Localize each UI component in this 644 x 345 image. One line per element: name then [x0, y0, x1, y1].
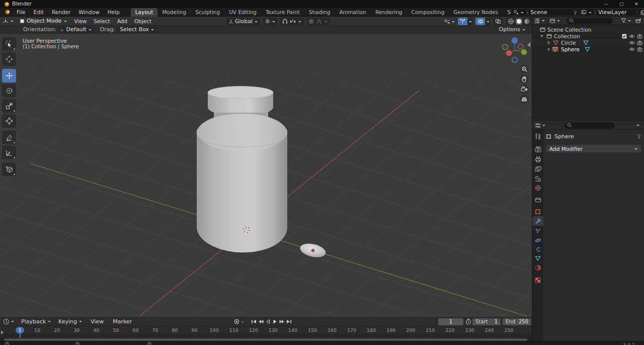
- close-button[interactable]: ✕: [629, 0, 644, 8]
- timeline-menu-marker[interactable]: Marker: [108, 318, 136, 325]
- outliner-search-input[interactable]: [567, 18, 613, 24]
- tab-sculpting[interactable]: Sculpting: [191, 8, 224, 17]
- tool-measure[interactable]: [2, 146, 16, 159]
- mode-dropdown[interactable]: Object Mode: [17, 18, 70, 24]
- outliner-display-mode-dropdown[interactable]: [547, 18, 562, 24]
- tab-constraints[interactable]: [532, 244, 543, 254]
- tool-rotate[interactable]: [2, 84, 16, 98]
- bottle-object[interactable]: [197, 87, 287, 253]
- pin-icon[interactable]: [573, 10, 578, 15]
- shading-solid-icon[interactable]: [516, 18, 522, 25]
- proportional-edit-icon[interactable]: [308, 19, 314, 24]
- scene-type-dropdown[interactable]: [511, 9, 527, 16]
- gizmo-z-axis[interactable]: [512, 37, 518, 44]
- add-modifier-button[interactable]: Add Modifier: [546, 145, 641, 152]
- frame-start-field[interactable]: Start1: [472, 318, 501, 325]
- tab-scene[interactable]: [532, 174, 543, 183]
- tab-output[interactable]: [532, 154, 543, 164]
- menu-render[interactable]: Render: [48, 8, 74, 17]
- tool-cursor[interactable]: [2, 52, 16, 66]
- scene-name-field[interactable]: Scene: [528, 9, 580, 16]
- properties-search-input[interactable]: [565, 122, 615, 129]
- pivot-point-dropdown[interactable]: [263, 18, 278, 25]
- timeline-menu-view[interactable]: View: [86, 318, 108, 325]
- gizmo-y-axis[interactable]: [521, 49, 527, 55]
- outliner-type-dropdown[interactable]: [532, 18, 547, 24]
- tab-physics[interactable]: [532, 235, 543, 245]
- disclosure-collapsed-icon[interactable]: [548, 48, 550, 51]
- tab-texture-paint[interactable]: Texture Paint: [261, 8, 304, 17]
- gizmos-toggle[interactable]: [458, 18, 473, 25]
- camera-restrict-icon[interactable]: [637, 34, 642, 39]
- tool-transform[interactable]: [2, 114, 16, 128]
- viewlayer-name-field[interactable]: ViewLayer: [596, 9, 637, 16]
- tab-animation[interactable]: Animation: [335, 8, 371, 17]
- tab-shading[interactable]: Shading: [304, 8, 335, 17]
- blender-menu-icon[interactable]: [4, 9, 11, 15]
- editor-type-dropdown[interactable]: [0, 18, 17, 24]
- viewport-menu-view[interactable]: View: [70, 17, 90, 26]
- tool-annotate[interactable]: [2, 131, 16, 144]
- menu-window[interactable]: Window: [74, 8, 103, 17]
- timeline-expand-arrow[interactable]: [1, 330, 4, 334]
- timeline-editor-type-dropdown[interactable]: [0, 318, 18, 325]
- camera-restrict-icon[interactable]: [637, 47, 642, 52]
- outliner-row-circle[interactable]: Circle: [532, 39, 644, 46]
- overlays-toggle[interactable]: [475, 18, 491, 25]
- tab-render[interactable]: [532, 144, 543, 154]
- viewport-menu-select[interactable]: Select: [90, 17, 113, 26]
- eye-icon[interactable]: [629, 47, 635, 52]
- disclosure-collapsed-icon[interactable]: [548, 41, 550, 44]
- gizmo-y-neg[interactable]: [503, 44, 508, 50]
- orientation-dropdown[interactable]: Default: [59, 26, 94, 33]
- timeline-track[interactable]: [0, 334, 532, 338]
- gizmo-z-neg[interactable]: [512, 57, 518, 63]
- properties-type-dropdown[interactable]: [532, 123, 548, 128]
- tool-select-box[interactable]: [2, 37, 16, 51]
- viewport-menu-add[interactable]: Add: [114, 17, 131, 26]
- outliner-row-sphere[interactable]: Sphere: [532, 46, 644, 52]
- frame-end-field[interactable]: End250: [503, 318, 531, 325]
- viewport-canvas[interactable]: User Perspective (1) Collection | Sphere: [0, 34, 532, 317]
- tab-modifiers[interactable]: [532, 216, 543, 226]
- new-viewlayer-button[interactable]: [638, 9, 644, 16]
- eye-icon[interactable]: [629, 34, 635, 39]
- outliner-row-scene-collection[interactable]: Scene Collection: [532, 26, 644, 33]
- zoom-view-button[interactable]: [520, 64, 529, 73]
- transform-orientation-dropdown[interactable]: Global: [226, 18, 260, 25]
- timeline-ruler[interactable]: 1020304050607080901001101201301401501601…: [0, 326, 532, 334]
- jump-to-start-button[interactable]: [251, 318, 257, 325]
- falloff-curve-icon[interactable]: [316, 19, 322, 24]
- camera-view-button[interactable]: [520, 84, 529, 94]
- timeline-menu-playback[interactable]: Playback: [18, 318, 55, 325]
- tab-texture[interactable]: [532, 275, 543, 285]
- eye-icon[interactable]: [629, 40, 635, 45]
- toggle-perspective-button[interactable]: [520, 95, 529, 104]
- play-button[interactable]: [272, 318, 278, 325]
- maximize-button[interactable]: ▢: [614, 0, 629, 8]
- next-keyframe-button[interactable]: [279, 318, 285, 325]
- menu-help[interactable]: Help: [104, 8, 124, 17]
- tab-collection[interactable]: [532, 195, 543, 205]
- tab-tool[interactable]: [532, 132, 543, 141]
- scrollbar-thumb[interactable]: [4, 338, 527, 341]
- stopwatch-icon[interactable]: [465, 318, 471, 325]
- xray-toggle[interactable]: [493, 18, 503, 25]
- disclosure-expanded-icon[interactable]: [540, 35, 543, 37]
- snap-target-icon[interactable]: [290, 19, 296, 24]
- outliner-row-collection[interactable]: Collection: [532, 33, 644, 39]
- gizmo-x-axis[interactable]: [506, 50, 512, 56]
- auto-keying-button[interactable]: [233, 318, 240, 325]
- menu-file[interactable]: File: [13, 8, 30, 17]
- play-reverse-button[interactable]: [265, 318, 271, 325]
- jump-to-end-button[interactable]: [286, 318, 292, 325]
- object-visibility-dropdown[interactable]: [444, 19, 455, 24]
- tool-scale[interactable]: [2, 99, 16, 113]
- tab-object-data[interactable]: [532, 253, 543, 263]
- camera-restrict-icon[interactable]: [637, 40, 642, 45]
- checkbox-icon[interactable]: [622, 34, 627, 39]
- tab-material[interactable]: [532, 263, 543, 273]
- tab-world[interactable]: [532, 183, 543, 193]
- navigation-gizmo[interactable]: [503, 37, 527, 62]
- prev-keyframe-button[interactable]: [258, 318, 264, 325]
